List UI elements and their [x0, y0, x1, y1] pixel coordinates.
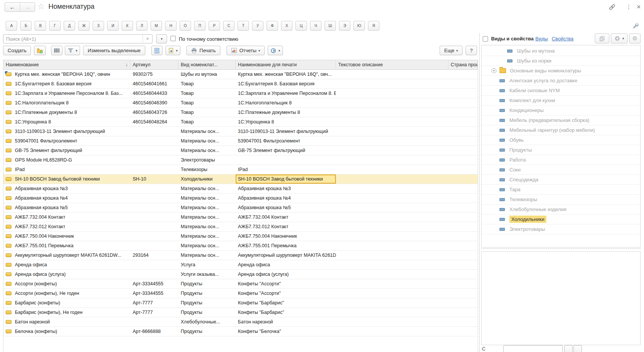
table-row[interactable]: GPS Module HL6528RD-GЭлектротовары: [3, 155, 478, 165]
cell-country[interactable]: [448, 270, 478, 279]
alphabet-letter-З[interactable]: З: [93, 21, 104, 30]
cell-country[interactable]: [448, 279, 478, 288]
alphabet-letter-Д[interactable]: Д: [64, 21, 75, 30]
cell-print_name[interactable]: Аренда офиса: [236, 260, 336, 269]
cell-print_name[interactable]: 1С:Бухгалтерия 8. Базовая версия: [236, 79, 336, 88]
cell-country[interactable]: [448, 317, 478, 326]
cell-name[interactable]: Ассорти (конфеты), Не годен: [3, 289, 130, 298]
alphabet-letter-У[interactable]: У: [252, 21, 263, 30]
cell-country[interactable]: [448, 213, 478, 222]
table-row[interactable]: 1С:Налогоплательщик 84601546046390Товар1…: [3, 98, 478, 108]
cell-kind[interactable]: Материалы осн...: [178, 232, 236, 241]
expand-icon[interactable]: +: [491, 68, 496, 73]
cell-name[interactable]: GB-75 Элемент фильтрующий: [3, 146, 130, 155]
cell-kind[interactable]: Материалы осн...: [178, 146, 236, 155]
types-panel-checkbox[interactable]: [483, 36, 488, 42]
table-row[interactable]: GB-75 Элемент фильтрующийМатериалы осн..…: [3, 146, 478, 155]
table-row[interactable]: IPadТелевизорыIPad: [3, 165, 478, 174]
cell-kind[interactable]: Материалы осн...: [178, 136, 236, 146]
back-icon[interactable]: ←: [5, 3, 20, 11]
cell-descr[interactable]: [336, 222, 448, 231]
types-link[interactable]: Виды: [535, 36, 548, 42]
table-row[interactable]: АЖБ7.750.004 НаконечникМатериалы осн...А…: [3, 232, 478, 241]
alphabet-letter-И[interactable]: И: [107, 21, 119, 30]
tree-item[interactable]: Телевизоры: [482, 195, 640, 205]
column-header-descr[interactable]: Текстовое описание: [336, 60, 448, 69]
cell-country[interactable]: [448, 298, 478, 307]
tree-item[interactable]: Мебельный гарнитур (набор мебели): [482, 125, 640, 135]
tree-item[interactable]: Мебель (предварительная сборка): [482, 115, 640, 125]
cell-descr[interactable]: [336, 89, 448, 98]
alphabet-letter-Ш[interactable]: Ш: [324, 21, 336, 30]
cell-kind[interactable]: Продукты: [178, 279, 236, 288]
cell-name[interactable]: 3110-1109013-11 Элемент фильтрующий: [3, 127, 130, 136]
alphabet-letter-О[interactable]: О: [180, 21, 191, 30]
cell-name[interactable]: АЖБ7.750.004 Наконечник: [3, 232, 130, 241]
cell-articul[interactable]: 4601546043726: [130, 108, 178, 117]
cell-country[interactable]: [448, 146, 478, 155]
cell-articul[interactable]: 4601546041661: [130, 79, 178, 88]
cell-descr[interactable]: [336, 213, 448, 222]
column-header-kind[interactable]: Вид номенклат...: [178, 60, 236, 69]
cell-descr[interactable]: [336, 298, 448, 307]
cell-descr[interactable]: [336, 70, 448, 79]
cell-descr[interactable]: [336, 232, 448, 241]
edit-selected-button[interactable]: Изменить выделенные: [83, 46, 145, 55]
cell-country[interactable]: [448, 194, 478, 203]
table-row[interactable]: 1С:Упрощенка 84601546048264Товар1С:Упрощ…: [3, 117, 478, 127]
tree-item[interactable]: Работа: [482, 155, 640, 165]
table-row[interactable]: 1С:Зарплата и Управление Персоналом 8. Б…: [3, 89, 478, 98]
table-row[interactable]: Батон нарезнойХлебобулочные...Батон наре…: [3, 317, 478, 327]
alphabet-letter-К[interactable]: К: [122, 21, 133, 30]
cell-articul[interactable]: Арт-7777: [130, 298, 178, 307]
tree-item[interactable]: Холодильники: [482, 214, 640, 224]
cell-print_name[interactable]: 1С:Налогоплательщик 8: [236, 98, 336, 107]
cell-name[interactable]: Белочка (конфеты): [3, 327, 130, 336]
cell-kind[interactable]: Товар: [178, 98, 236, 107]
cell-kind[interactable]: Телевизоры: [178, 165, 236, 174]
tree-item[interactable]: Шубы из норки: [482, 56, 640, 66]
panel-horizontal-splitter[interactable]: [481, 248, 641, 249]
alphabet-letter-Э[interactable]: Э: [339, 21, 350, 30]
table-row[interactable]: Абразивная крошка №5Материалы осн...Абра…: [3, 203, 478, 213]
barcode-button[interactable]: [51, 46, 63, 55]
cell-articul[interactable]: [130, 146, 178, 155]
cell-country[interactable]: [448, 127, 478, 136]
cell-print_name[interactable]: SH-10 BOSCH Завод бытовой техники: [236, 174, 336, 184]
tree-item[interactable]: Спецодежда: [482, 175, 640, 185]
cell-kind[interactable]: Материалы осн...: [178, 203, 236, 212]
cell-descr[interactable]: [336, 327, 448, 336]
table-row[interactable]: Аккумуляторный шуруповерт MAKITA 6261DW.…: [3, 251, 478, 260]
cell-print_name[interactable]: Конфеты "Белочка": [236, 327, 336, 336]
cell-kind[interactable]: Материалы осн...: [178, 184, 236, 193]
table-row[interactable]: Куртка мех. женская "ВЕРОНА 16Q", овчин9…: [3, 70, 478, 79]
cell-descr[interactable]: [336, 146, 448, 155]
tree-item[interactable]: Обувь: [482, 135, 640, 145]
panel-settings-button[interactable]: ⚙: [629, 34, 641, 43]
table-row[interactable]: Абразивная крошка №4Материалы осн...Абра…: [3, 194, 478, 203]
cell-descr[interactable]: [336, 184, 448, 193]
cell-articul[interactable]: 293164: [130, 251, 178, 260]
cell-country[interactable]: [448, 327, 478, 336]
alphabet-letter-Н[interactable]: Н: [165, 21, 177, 30]
cell-descr[interactable]: [336, 98, 448, 107]
cell-articul[interactable]: [130, 213, 178, 222]
help-button[interactable]: ?: [466, 46, 477, 55]
cell-kind[interactable]: Товар: [178, 79, 236, 88]
cell-kind[interactable]: Продукты: [178, 298, 236, 307]
cell-kind[interactable]: Холодильники: [178, 174, 236, 184]
tree-item[interactable]: Хлебобулочные изделия: [482, 205, 640, 214]
cell-kind[interactable]: Услуги оказыва...: [178, 270, 236, 279]
cell-kind[interactable]: Материалы осн...: [178, 222, 236, 231]
cell-country[interactable]: [448, 108, 478, 117]
cell-kind[interactable]: Продукты: [178, 308, 236, 317]
cell-kind[interactable]: Товар: [178, 117, 236, 126]
cell-descr[interactable]: [336, 317, 448, 326]
cell-country[interactable]: [448, 79, 478, 88]
cell-kind[interactable]: Хлебобулочные...: [178, 317, 236, 326]
cell-descr[interactable]: [336, 241, 448, 250]
cell-name[interactable]: Барбарис (конфеты), Не годен: [3, 308, 130, 317]
cell-articul[interactable]: [130, 232, 178, 241]
table-row[interactable]: SH-10 BOSCH Завод бытовой техникиSH-10Хо…: [3, 174, 478, 184]
create-button[interactable]: Создать: [3, 46, 31, 55]
